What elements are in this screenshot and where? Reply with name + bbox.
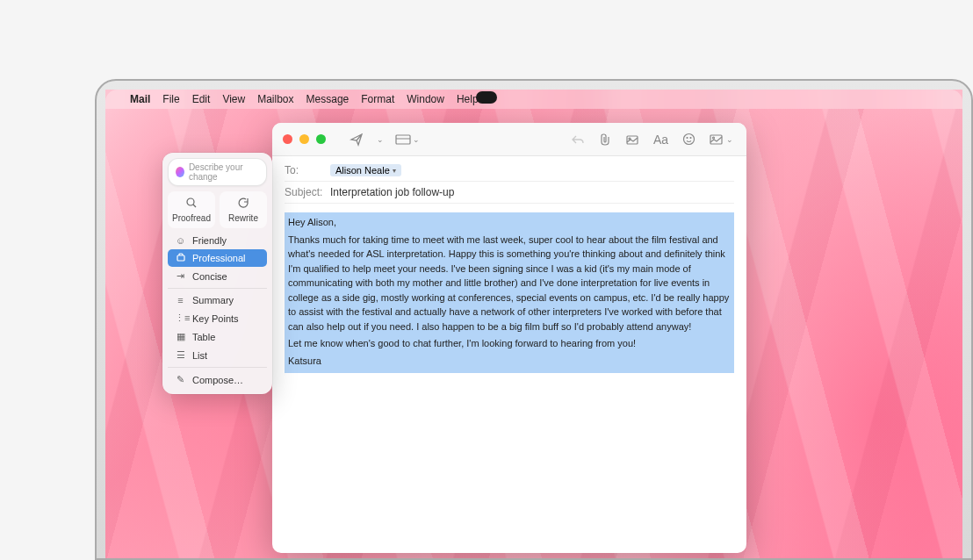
rewrite-label: Rewrite [228, 213, 258, 223]
menu-edit[interactable]: Edit [192, 93, 211, 105]
svg-point-9 [187, 198, 194, 205]
recipient-chip[interactable]: Alison Neale [330, 164, 401, 176]
svg-rect-0 [396, 135, 410, 144]
menu-concise[interactable]: ⇥ Concise [168, 267, 267, 285]
menu-list[interactable]: ☰ List [168, 346, 267, 364]
link-icon[interactable] [623, 131, 642, 148]
menu-mailbox[interactable]: Mailbox [257, 93, 293, 105]
svg-point-5 [687, 138, 688, 139]
ai-input-placeholder: Describe your change [189, 162, 259, 182]
subject-label: Subject: [285, 186, 323, 198]
mail-compose-window: ⌄ ⌄ Aa [272, 123, 746, 553]
traffic-lights [283, 134, 326, 144]
proofread-label: Proofread [172, 213, 211, 223]
app-menu[interactable]: Mail [130, 93, 150, 105]
professional-icon [175, 253, 186, 263]
menu-friendly[interactable]: ☺ Friendly [168, 232, 267, 249]
list-icon: ☰ [175, 349, 186, 361]
summary-label: Summary [192, 295, 234, 305]
svg-rect-11 [177, 255, 184, 261]
body-para2: Let me know when's good to chat further,… [288, 336, 731, 351]
friendly-icon: ☺ [175, 235, 186, 246]
keypoints-label: Key Points [192, 313, 239, 324]
proofread-button[interactable]: Proofread [168, 191, 215, 228]
menu-message[interactable]: Message [306, 93, 350, 105]
menu-window[interactable]: Window [407, 93, 444, 105]
window-toolbar: ⌄ ⌄ Aa [272, 123, 746, 156]
subject-input[interactable]: Interpretation job follow-up [330, 186, 454, 198]
menu-professional[interactable]: Professional [168, 249, 267, 267]
ai-prompt-input[interactable]: Describe your change [168, 158, 267, 186]
svg-line-10 [193, 205, 196, 207]
subject-field-row[interactable]: Subject: Interpretation job follow-up [285, 182, 734, 204]
close-button[interactable] [283, 134, 292, 144]
concise-label: Concise [192, 271, 227, 282]
list-label: List [192, 350, 207, 361]
ai-tone-menu: ☺ Friendly Professional ⇥ Concise ≡ Summ… [168, 232, 267, 389]
reply-icon[interactable] [568, 131, 587, 148]
mail-header-fields: To: Alison Neale Subject: Interpretation… [272, 156, 746, 204]
writing-tools-popover: Describe your change Proofread Rewrite [162, 153, 272, 394]
concise-icon: ⇥ [175, 270, 186, 282]
mail-body[interactable]: Hey Alison, Thanks much for taking time … [272, 204, 746, 382]
summary-icon: ≡ [175, 295, 186, 305]
svg-point-6 [690, 138, 691, 139]
table-label: Table [192, 332, 215, 342]
svg-rect-2 [627, 136, 638, 144]
table-icon: ▦ [175, 331, 186, 342]
rewrite-button[interactable]: Rewrite [220, 191, 267, 228]
professional-label: Professional [192, 253, 246, 263]
menu-file[interactable]: File [162, 93, 179, 105]
body-para1: Thanks much for taking time to meet with… [288, 233, 731, 334]
svg-point-8 [713, 137, 715, 139]
emoji-icon[interactable] [680, 130, 698, 148]
menubar: Mail File Edit View Mailbox Message Form… [105, 90, 962, 109]
zoom-button[interactable] [316, 134, 326, 144]
menu-view[interactable]: View [222, 93, 245, 105]
format-icon[interactable]: Aa [651, 130, 671, 149]
minimize-button[interactable] [299, 134, 309, 144]
body-signature: Katsura [288, 354, 731, 369]
attach-icon[interactable] [596, 130, 614, 149]
menu-compose[interactable]: ✎ Compose… [168, 370, 267, 389]
keypoints-icon: ⋮≡ [175, 312, 186, 324]
laptop-frame: Mail File Edit View Mailbox Message Form… [95, 79, 973, 560]
menu-table[interactable]: ▦ Table [168, 327, 267, 346]
menu-summary[interactable]: ≡ Summary [168, 291, 267, 309]
compose-label: Compose… [192, 375, 243, 385]
proofread-icon [171, 197, 212, 212]
menu-keypoints[interactable]: ⋮≡ Key Points [168, 309, 267, 327]
selected-body-text[interactable]: Hey Alison, Thanks much for taking time … [285, 212, 734, 373]
send-dropdown[interactable]: ⌄ [377, 135, 384, 144]
send-icon[interactable] [347, 130, 366, 149]
menu-help[interactable]: Help [457, 93, 479, 105]
compose-icon: ✎ [175, 374, 186, 385]
to-label: To: [285, 164, 323, 176]
body-greeting: Hey Alison, [288, 215, 731, 230]
menu-format[interactable]: Format [361, 93, 394, 105]
screen: Mail File Edit View Mailbox Message Form… [105, 90, 962, 558]
menu-divider [168, 288, 267, 289]
apple-intelligence-icon [176, 167, 184, 177]
header-fields-icon[interactable]: ⌄ [393, 131, 422, 148]
rewrite-icon [223, 197, 263, 212]
svg-rect-7 [710, 135, 722, 144]
svg-point-4 [684, 134, 695, 145]
photo-icon[interactable]: ⌄ [707, 131, 736, 148]
camera-notch [476, 91, 497, 104]
friendly-label: Friendly [192, 235, 227, 246]
to-field-row[interactable]: To: Alison Neale [285, 160, 734, 182]
menu-divider-2 [168, 367, 267, 368]
